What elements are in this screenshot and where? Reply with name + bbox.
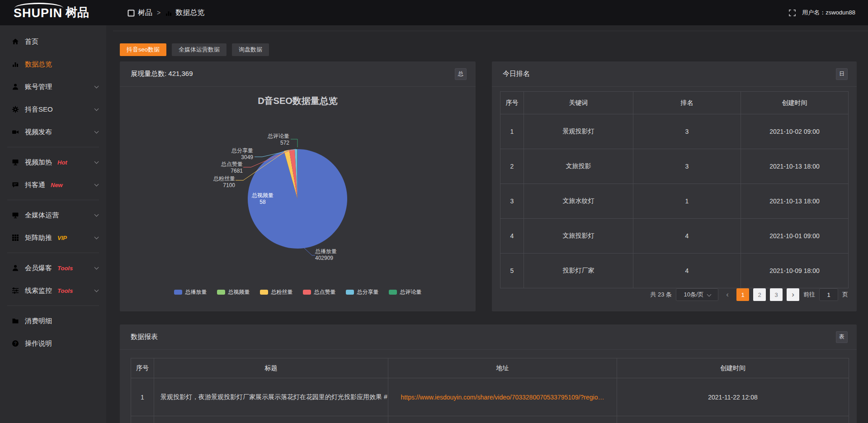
rank-panel-header: 今日排名 日 — [492, 61, 857, 87]
sidebar-item-lead-monitor[interactable]: 线索监控 Tools — [0, 279, 106, 302]
new-badge: New — [51, 182, 63, 188]
sidebar-item-label: 首页 — [25, 38, 38, 46]
rank-panel-title: 今日排名 — [503, 70, 530, 78]
table-view-button[interactable]: 表 — [836, 331, 848, 343]
chevron-down-icon — [94, 265, 99, 270]
legend-swatch — [346, 290, 354, 295]
total-view-button[interactable]: 总 — [455, 68, 467, 80]
pagination: 共 23 条 10条/页 ‹ 1 2 3 › 前往 页 — [650, 288, 848, 301]
sidebar-item-instructions[interactable]: 操作说明 — [0, 332, 106, 355]
chevron-down-icon — [707, 292, 711, 296]
breadcrumb-root[interactable]: 树品 — [138, 8, 152, 18]
column-header: 创建时间 — [741, 92, 849, 114]
sidebar-item-label: 消费明细 — [25, 317, 52, 325]
chart-panel-header: 展现量总数: 421,369 总 — [120, 61, 476, 87]
sidebar-item-doukertong[interactable]: 抖客通 New — [0, 174, 106, 196]
legend-item-plays[interactable]: 总播放量 — [174, 288, 207, 296]
goto-page-input[interactable] — [819, 288, 838, 301]
sidebar-item-expense-detail[interactable]: 消费明细 — [0, 310, 106, 332]
tab-inquiry-data[interactable]: 询盘数据 — [232, 43, 269, 56]
sidebar-divider — [7, 253, 99, 253]
chevron-down-icon — [94, 107, 99, 111]
sidebar-item-label: 抖客通 — [25, 181, 45, 189]
monitor-icon — [12, 212, 19, 219]
table-row: 3文旅水纹灯12021-10-13 18:00 — [500, 184, 849, 219]
goto-label: 前往 — [803, 291, 815, 299]
legend-item-shares[interactable]: 总分享量 — [346, 288, 379, 296]
daily-view-button[interactable]: 日 — [836, 68, 848, 80]
username-label[interactable]: 用户名：zswodun88 — [802, 9, 855, 17]
user-icon — [12, 264, 19, 272]
table-row: 1景观投影灯32021-10-02 09:00 — [500, 114, 849, 149]
chevron-down-icon — [94, 84, 99, 89]
report-panel-header: 数据报表 表 — [120, 324, 857, 350]
sidebar-item-label: 数据总览 — [25, 60, 52, 69]
data-report-panel: 数据报表 表 序号 标题 地址 创建时间 1 景观投影灯，夜游景观投影灯厂家展示… — [120, 324, 857, 423]
page-button-2[interactable]: 2 — [753, 288, 766, 301]
legend-swatch — [303, 290, 311, 295]
sidebar-item-label: 视频发布 — [25, 128, 52, 136]
fullscreen-icon[interactable] — [789, 9, 796, 16]
prev-page-button[interactable]: ‹ — [722, 288, 732, 301]
sidebar-item-account-management[interactable]: 账号管理 — [0, 75, 106, 98]
tools-badge: Tools — [57, 287, 73, 294]
chevron-down-icon — [94, 288, 99, 292]
column-header: 排名 — [633, 92, 741, 114]
tools-badge: Tools — [57, 265, 73, 272]
app-square-icon — [127, 9, 134, 16]
page-button-3[interactable]: 3 — [770, 288, 783, 301]
sidebar-item-label: 线索监控 — [25, 287, 52, 295]
chart-legend: 总播放量 总视频量 总粉丝量 总点赞量 总分享量 总评论量 — [120, 288, 476, 296]
impressions-chart-panel: 展现量总数: 421,369 总 D音SEO数据量总览 总评论量 572 总分享… — [120, 61, 476, 311]
hot-badge: Hot — [57, 159, 67, 166]
column-header: 序号 — [500, 92, 524, 114]
tab-media-operations-data[interactable]: 全媒体运营数据 — [172, 43, 226, 56]
legend-swatch — [260, 290, 268, 295]
sidebar-item-label: 会员爆客 — [25, 264, 52, 273]
sidebar-item-douyin-seo[interactable]: 抖音SEO — [0, 98, 106, 121]
comment-icon — [12, 181, 19, 188]
legend-item-likes[interactable]: 总点赞量 — [303, 288, 336, 296]
pie-label-plays: 总播放量 402909 — [315, 248, 337, 262]
pie-label-shares: 总分享量 3049 — [231, 147, 253, 161]
table-row: 5投影灯厂家42021-10-09 18:00 — [500, 254, 849, 288]
bar-chart-icon — [165, 9, 172, 16]
sidebar-item-video-heat[interactable]: 视频加热 Hot — [0, 151, 106, 174]
chevron-down-icon — [94, 129, 99, 134]
sidebar-item-media-operations[interactable]: 全媒体运营 — [0, 204, 106, 226]
sidebar-item-matrix-boost[interactable]: 矩阵助推 VIP — [0, 226, 106, 249]
page-button-1[interactable]: 1 — [736, 288, 749, 301]
tab-douyin-seo-data[interactable]: 抖音seo数据 — [120, 43, 166, 56]
report-table: 序号 标题 地址 创建时间 1 景观投影灯，夜游景观投影灯厂家展示展示落花灯在花… — [131, 358, 849, 423]
video-url-link[interactable]: https://www.iesdouyin.com/share/video/70… — [401, 394, 604, 401]
column-header: 创建时间 — [617, 358, 849, 378]
content-divider — [113, 31, 868, 31]
legend-item-fans[interactable]: 总粉丝量 — [260, 288, 293, 296]
table-row: 1 景观投影灯，夜游景观投影灯厂家展示展示落花灯在花园里的灯光投影应用效果 # … — [131, 378, 849, 416]
sidebar-item-member-booster[interactable]: 会员爆客 Tools — [0, 257, 106, 279]
sliders-icon — [12, 287, 19, 294]
goto-suffix-label: 页 — [842, 291, 848, 299]
report-title-cell: 景观投影灯，夜游景观投影灯厂家展示展示落花灯在花园里的灯光投影应用效果 # — [154, 378, 388, 416]
legend-item-videos[interactable]: 总视频量 — [217, 288, 250, 296]
legend-item-comments[interactable]: 总评论量 — [389, 288, 422, 296]
pie-label-fans: 总粉丝量 7100 — [213, 175, 235, 189]
sidebar-item-data-overview[interactable]: 数据总览 — [0, 53, 106, 75]
app-logo: SHUPIN 树品 — [14, 5, 89, 20]
sidebar-item-label: 账号管理 — [25, 83, 52, 91]
legend-swatch — [174, 290, 182, 295]
logo-text-en: SHUPIN — [14, 6, 62, 20]
logo-text-cn: 树品 — [66, 5, 89, 20]
next-page-button[interactable]: › — [787, 288, 799, 301]
page-size-select[interactable]: 10条/页 — [676, 288, 718, 301]
report-panel-title: 数据报表 — [131, 333, 158, 341]
column-header: 关键词 — [524, 92, 633, 114]
table-row: 4文旅投影灯42021-10-01 09:00 — [500, 219, 849, 254]
sidebar-divider — [7, 147, 99, 147]
vip-badge: VIP — [57, 235, 67, 241]
sidebar-item-video-publish[interactable]: 视频发布 — [0, 121, 106, 143]
legend-swatch — [389, 290, 397, 295]
legend-swatch — [217, 290, 225, 295]
topbar-right: 用户名：zswodun88 — [789, 0, 855, 25]
sidebar-item-home[interactable]: 首页 — [0, 30, 106, 53]
